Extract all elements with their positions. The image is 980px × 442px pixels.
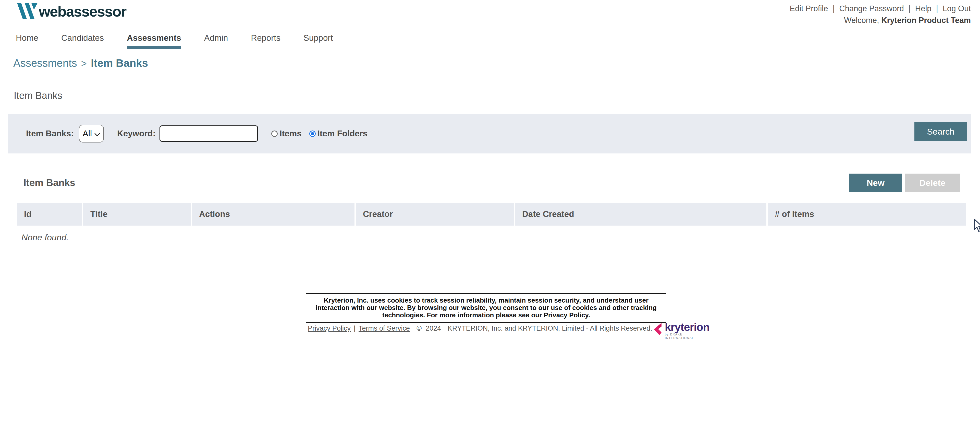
- cookie-privacy-policy-link[interactable]: Privacy Policy: [544, 311, 588, 319]
- chevron-down-icon: [94, 129, 100, 138]
- items-radio-label[interactable]: Items: [280, 129, 301, 138]
- column-header-id: Id: [17, 203, 82, 226]
- column-header-actions: Actions: [192, 203, 355, 226]
- terms-of-service-link[interactable]: Terms of Service: [359, 325, 410, 333]
- link-separator: |: [908, 4, 911, 13]
- nav-item-assessments[interactable]: Assessments: [127, 33, 181, 49]
- keyword-label: Keyword:: [117, 129, 156, 138]
- footer-link-separator: |: [354, 325, 355, 333]
- webassessor-logo-text: webassessor: [39, 4, 126, 19]
- column-header-title: Title: [83, 203, 191, 226]
- items-radio[interactable]: [271, 130, 278, 137]
- kryterion-logo-text: kryterion: [665, 322, 710, 332]
- column-header-num-items: # of Items: [768, 203, 966, 226]
- breadcrumb-assessments-link[interactable]: Assessments: [13, 57, 77, 69]
- keyword-input[interactable]: [159, 125, 258, 142]
- page-title: Item Banks: [14, 90, 62, 101]
- kryterion-wordmark: kryterion by DRAKE INTERNATIONAL: [665, 322, 710, 340]
- cookie-notice-period: .: [588, 311, 590, 319]
- copyright-year: 2024: [426, 325, 441, 333]
- breadcrumb-separator: >: [81, 58, 87, 69]
- empty-results-text: None found.: [21, 233, 68, 242]
- item-banks-select[interactable]: All: [79, 125, 104, 143]
- footer: Kryterion, Inc. uses cookies to track se…: [306, 293, 666, 340]
- nav-item-admin[interactable]: Admin: [204, 33, 228, 49]
- item-banks-select-label: Item Banks:: [26, 129, 74, 138]
- change-password-link[interactable]: Change Password: [839, 4, 904, 13]
- breadcrumb-current: Item Banks: [91, 57, 148, 69]
- welcome-prefix: Welcome,: [844, 16, 879, 25]
- cookie-notice-text: Kryterion, Inc. uses cookies to track se…: [316, 296, 657, 319]
- copyright-text: KRYTERION, Inc. and KRYTERION, Limited -…: [448, 325, 652, 333]
- main-nav: Home Candidates Assessments Admin Report…: [16, 33, 356, 49]
- nav-item-reports[interactable]: Reports: [251, 33, 280, 49]
- log-out-link[interactable]: Log Out: [943, 4, 971, 13]
- new-button[interactable]: New: [850, 174, 902, 192]
- search-panel: Item Banks: All Keyword: Items Item Fold…: [8, 114, 971, 154]
- breadcrumb: Assessments > Item Banks: [13, 57, 148, 69]
- account-links: Edit Profile | Change Password | Help | …: [790, 4, 971, 13]
- item-banks-select-value: All: [83, 129, 92, 138]
- item-banks-table-header: Id Title Actions Creator Date Created # …: [17, 203, 966, 226]
- nav-item-candidates[interactable]: Candidates: [61, 33, 104, 49]
- kryterion-logo[interactable]: kryterion by DRAKE INTERNATIONAL: [652, 322, 710, 340]
- welcome-message: Welcome, Kryterion Product Team: [844, 16, 971, 25]
- delete-button: Delete: [905, 174, 960, 192]
- webassessor-logo-icon: [17, 3, 38, 20]
- column-header-creator: Creator: [356, 203, 514, 226]
- link-separator: |: [936, 4, 938, 13]
- cookie-notice: Kryterion, Inc. uses cookies to track se…: [306, 294, 666, 322]
- welcome-user-name: Kryterion Product Team: [881, 16, 971, 25]
- help-link[interactable]: Help: [915, 4, 932, 13]
- search-button[interactable]: Search: [915, 122, 967, 141]
- kryterion-logo-icon: [652, 322, 662, 337]
- item-folders-radio-label[interactable]: Item Folders: [318, 129, 368, 138]
- copyright-symbol: ©: [417, 325, 422, 333]
- nav-item-home[interactable]: Home: [16, 33, 38, 49]
- webassessor-logo: webassessor: [17, 3, 126, 20]
- kryterion-logo-subtext: by DRAKE INTERNATIONAL: [665, 333, 710, 340]
- footer-links: Privacy Policy | Terms of Service © 2024…: [306, 325, 652, 333]
- nav-item-support[interactable]: Support: [304, 33, 333, 49]
- footer-bottom-rule: [306, 322, 666, 323]
- edit-profile-link[interactable]: Edit Profile: [790, 4, 828, 13]
- search-scope-radios: Items Item Folders: [271, 129, 367, 138]
- item-banks-section-title: Item Banks: [24, 177, 75, 189]
- mouse-cursor: [974, 219, 980, 234]
- privacy-policy-link[interactable]: Privacy Policy: [308, 325, 351, 333]
- link-separator: |: [832, 4, 835, 13]
- item-folders-radio[interactable]: [309, 130, 316, 137]
- column-header-date-created: Date Created: [515, 203, 767, 226]
